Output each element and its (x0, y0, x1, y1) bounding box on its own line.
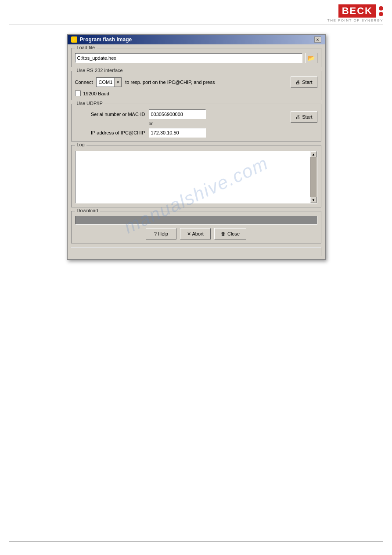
rs232-row: Connect COM1 ▼ to resp. port on the IPC@… (75, 76, 317, 88)
com-select-value: COM1 (97, 80, 114, 85)
baud-label: 19200 Baud (83, 91, 109, 96)
scroll-up-arrow[interactable]: ▲ (310, 151, 316, 157)
log-area: ▲ ▼ (75, 151, 317, 203)
rs232-start-button[interactable]: 🖨 Start (291, 76, 317, 88)
udp-group: Use UDP/IP Serial number or MAC-ID or IP… (71, 104, 321, 141)
titlebar-left: ⚡ Program flash image (71, 36, 132, 43)
ip-row: IP address of IPC@CHIP (75, 128, 288, 138)
log-group: Log ▲ ▼ (71, 145, 321, 207)
dialog-icon: ⚡ (71, 36, 77, 43)
close-button[interactable]: × (314, 36, 321, 43)
status-pane-1 (71, 247, 286, 256)
help-button[interactable]: ? Help (146, 228, 176, 239)
progress-bar-fill (76, 216, 317, 224)
udp-start-label: Start (302, 114, 312, 120)
browse-button[interactable]: 📂 (305, 53, 317, 63)
serial-number-label: Serial number or MAC-ID (75, 112, 145, 117)
dialog-body: Load file 📂 Use RS-232 interface Connect… (68, 44, 325, 259)
com-select-wrapper[interactable]: COM1 ▼ (96, 77, 122, 87)
scroll-down-arrow[interactable]: ▼ (310, 197, 316, 203)
baud-checkbox[interactable] (75, 91, 81, 96)
ip-address-label: IP address of IPC@CHIP (75, 130, 145, 135)
status-pane-2 (286, 247, 321, 256)
download-label: Download (75, 208, 100, 213)
beck-tagline: THE POINT OF SYNERGY (327, 18, 383, 22)
progress-bar-container (75, 216, 317, 225)
or-row: or (75, 121, 288, 126)
close-dialog-button[interactable]: 🗑 Close (214, 228, 246, 239)
start-icon: 🖨 (295, 80, 300, 85)
close-btn-label: Close (227, 231, 240, 236)
beck-name-text: BECK (338, 4, 376, 18)
dialog-titlebar: ⚡ Program flash image × (68, 35, 325, 44)
beck-dot-1 (379, 6, 383, 11)
close-icon: 🗑 (221, 231, 226, 236)
beck-dots (379, 6, 383, 16)
log-content (76, 151, 317, 153)
beck-dot-2 (379, 12, 383, 16)
udp-start-button[interactable]: 🖨 Start (291, 111, 317, 123)
file-path-input[interactable] (75, 53, 302, 63)
dialog-title: Program flash image (80, 36, 132, 43)
main-content: ⚡ Program flash image × Load file 📂 Use … (0, 25, 392, 269)
scrollbar-track (310, 157, 316, 197)
rs232-start-label: Start (302, 80, 312, 85)
beck-logo: BECK THE POINT OF SYNERGY (327, 4, 383, 22)
serial-number-input[interactable] (149, 109, 206, 119)
or-text: or (149, 121, 153, 126)
log-scrollbar[interactable]: ▲ ▼ (310, 151, 317, 203)
download-group: Download ? Help ✕ Abort 🗑 Close (71, 211, 321, 243)
connect-label: Connect (75, 80, 93, 85)
bottom-divider (9, 541, 383, 542)
port-description: to resp. port on the IPC@CHIP, and press (125, 80, 287, 85)
serial-row: Serial number or MAC-ID (75, 109, 288, 119)
beck-logo-text: BECK (338, 4, 383, 18)
load-file-group: Load file 📂 (71, 48, 321, 67)
baud-row: 19200 Baud (75, 91, 317, 96)
load-file-row: 📂 (75, 53, 317, 63)
rs232-label: Use RS-232 interface (75, 68, 125, 73)
abort-button[interactable]: ✕ Abort (180, 228, 211, 239)
udp-start-icon: 🖨 (295, 114, 300, 120)
button-row: ? Help ✕ Abort 🗑 Close (75, 228, 317, 239)
dialog-window: ⚡ Program flash image × Load file 📂 Use … (67, 34, 326, 260)
com-select-arrow[interactable]: ▼ (114, 78, 121, 87)
rs232-group: Use RS-232 interface Connect COM1 ▼ to r… (71, 71, 321, 100)
ip-address-input[interactable] (149, 128, 206, 138)
page-header: BECK THE POINT OF SYNERGY (0, 0, 392, 25)
status-bar (71, 247, 321, 256)
log-label: Log (75, 142, 86, 147)
udp-label: Use UDP/IP (75, 101, 104, 106)
load-file-label: Load file (75, 45, 97, 50)
